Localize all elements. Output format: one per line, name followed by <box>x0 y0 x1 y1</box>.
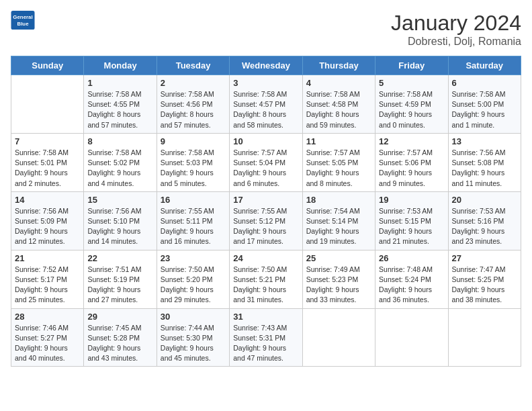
calendar-cell: 29Sunrise: 7:45 AM Sunset: 5:28 PM Dayli… <box>84 308 157 367</box>
day-info: Sunrise: 7:51 AM Sunset: 5:19 PM Dayligh… <box>87 265 152 306</box>
calendar-cell <box>11 75 84 134</box>
day-number: 3 <box>233 78 298 88</box>
calendar-cell: 22Sunrise: 7:51 AM Sunset: 5:19 PM Dayli… <box>84 250 157 308</box>
calendar-cell: 27Sunrise: 7:47 AM Sunset: 5:25 PM Dayli… <box>448 250 521 308</box>
page-header: General Blue January 2024 Dobresti, Dolj… <box>11 11 521 48</box>
calendar-cell: 31Sunrise: 7:43 AM Sunset: 5:31 PM Dayli… <box>230 308 302 367</box>
day-number: 5 <box>379 78 444 88</box>
day-info: Sunrise: 7:58 AM Sunset: 4:58 PM Dayligh… <box>306 89 371 130</box>
day-number: 21 <box>15 253 80 263</box>
calendar-cell: 12Sunrise: 7:57 AM Sunset: 5:06 PM Dayli… <box>375 133 448 191</box>
day-number: 10 <box>233 136 298 146</box>
day-number: 2 <box>161 78 226 88</box>
column-header-friday: Friday <box>375 56 448 75</box>
day-info: Sunrise: 7:58 AM Sunset: 4:59 PM Dayligh… <box>379 89 444 130</box>
calendar-cell: 19Sunrise: 7:53 AM Sunset: 5:15 PM Dayli… <box>375 191 448 250</box>
day-number: 18 <box>306 195 371 205</box>
column-header-saturday: Saturday <box>448 56 521 75</box>
day-info: Sunrise: 7:48 AM Sunset: 5:24 PM Dayligh… <box>379 265 444 306</box>
week-row-4: 21Sunrise: 7:52 AM Sunset: 5:17 PM Dayli… <box>11 250 521 308</box>
column-header-thursday: Thursday <box>302 56 375 75</box>
day-number: 1 <box>87 78 152 88</box>
day-number: 15 <box>87 195 152 205</box>
calendar-cell: 2Sunrise: 7:58 AM Sunset: 4:56 PM Daylig… <box>157 75 229 134</box>
day-info: Sunrise: 7:56 AM Sunset: 5:08 PM Dayligh… <box>452 148 517 189</box>
day-info: Sunrise: 7:50 AM Sunset: 5:21 PM Dayligh… <box>233 265 298 306</box>
week-row-1: 1Sunrise: 7:58 AM Sunset: 4:55 PM Daylig… <box>11 75 521 134</box>
svg-text:General: General <box>13 14 32 20</box>
calendar-cell <box>302 308 375 367</box>
day-number: 29 <box>87 312 152 322</box>
day-number: 20 <box>452 195 517 205</box>
day-number: 24 <box>233 253 298 263</box>
day-info: Sunrise: 7:58 AM Sunset: 5:00 PM Dayligh… <box>452 89 517 130</box>
calendar-cell: 25Sunrise: 7:49 AM Sunset: 5:23 PM Dayli… <box>302 250 375 308</box>
calendar-cell: 23Sunrise: 7:50 AM Sunset: 5:20 PM Dayli… <box>157 250 229 308</box>
day-number: 13 <box>452 136 517 146</box>
calendar-cell: 17Sunrise: 7:55 AM Sunset: 5:12 PM Dayli… <box>230 191 302 250</box>
day-number: 7 <box>15 136 80 146</box>
day-number: 9 <box>161 136 226 146</box>
day-info: Sunrise: 7:46 AM Sunset: 5:27 PM Dayligh… <box>15 323 80 364</box>
calendar-cell: 6Sunrise: 7:58 AM Sunset: 5:00 PM Daylig… <box>448 75 521 134</box>
calendar-body: 1Sunrise: 7:58 AM Sunset: 4:55 PM Daylig… <box>11 75 521 367</box>
day-number: 17 <box>233 195 298 205</box>
day-number: 28 <box>15 312 80 322</box>
day-number: 14 <box>15 195 80 205</box>
day-info: Sunrise: 7:58 AM Sunset: 5:01 PM Dayligh… <box>15 148 80 189</box>
calendar-cell: 9Sunrise: 7:58 AM Sunset: 5:03 PM Daylig… <box>157 133 229 191</box>
day-info: Sunrise: 7:52 AM Sunset: 5:17 PM Dayligh… <box>15 265 80 306</box>
day-number: 22 <box>87 253 152 263</box>
day-info: Sunrise: 7:57 AM Sunset: 5:06 PM Dayligh… <box>379 148 444 189</box>
calendar-table: SundayMondayTuesdayWednesdayThursdayFrid… <box>11 56 521 367</box>
calendar-cell: 15Sunrise: 7:56 AM Sunset: 5:10 PM Dayli… <box>84 191 157 250</box>
calendar-cell: 11Sunrise: 7:57 AM Sunset: 5:05 PM Dayli… <box>302 133 375 191</box>
calendar-cell: 16Sunrise: 7:55 AM Sunset: 5:11 PM Dayli… <box>157 191 229 250</box>
day-info: Sunrise: 7:55 AM Sunset: 5:11 PM Dayligh… <box>161 206 226 247</box>
day-number: 30 <box>161 312 226 322</box>
calendar-cell <box>375 308 448 367</box>
day-number: 25 <box>306 253 371 263</box>
day-info: Sunrise: 7:49 AM Sunset: 5:23 PM Dayligh… <box>306 265 371 306</box>
calendar-cell: 14Sunrise: 7:56 AM Sunset: 5:09 PM Dayli… <box>11 191 84 250</box>
calendar-cell: 26Sunrise: 7:48 AM Sunset: 5:24 PM Dayli… <box>375 250 448 308</box>
day-number: 12 <box>379 136 444 146</box>
calendar-header: SundayMondayTuesdayWednesdayThursdayFrid… <box>11 56 521 75</box>
day-info: Sunrise: 7:58 AM Sunset: 5:03 PM Dayligh… <box>161 148 226 189</box>
day-number: 8 <box>87 136 152 146</box>
day-info: Sunrise: 7:53 AM Sunset: 5:16 PM Dayligh… <box>452 206 517 247</box>
day-info: Sunrise: 7:45 AM Sunset: 5:28 PM Dayligh… <box>87 323 152 364</box>
day-number: 16 <box>161 195 226 205</box>
week-row-3: 14Sunrise: 7:56 AM Sunset: 5:09 PM Dayli… <box>11 191 521 250</box>
calendar-cell: 10Sunrise: 7:57 AM Sunset: 5:04 PM Dayli… <box>230 133 302 191</box>
calendar-cell: 3Sunrise: 7:58 AM Sunset: 4:57 PM Daylig… <box>230 75 302 134</box>
calendar-cell: 5Sunrise: 7:58 AM Sunset: 4:59 PM Daylig… <box>375 75 448 134</box>
column-header-sunday: Sunday <box>11 56 84 75</box>
day-number: 4 <box>306 78 371 88</box>
day-info: Sunrise: 7:53 AM Sunset: 5:15 PM Dayligh… <box>379 206 444 247</box>
day-info: Sunrise: 7:54 AM Sunset: 5:14 PM Dayligh… <box>306 206 371 247</box>
day-number: 11 <box>306 136 371 146</box>
day-number: 31 <box>233 312 298 322</box>
day-info: Sunrise: 7:58 AM Sunset: 4:56 PM Dayligh… <box>161 89 226 130</box>
logo: General Blue <box>11 11 35 30</box>
calendar-cell: 4Sunrise: 7:58 AM Sunset: 4:58 PM Daylig… <box>302 75 375 134</box>
day-number: 23 <box>161 253 226 263</box>
calendar-cell: 28Sunrise: 7:46 AM Sunset: 5:27 PM Dayli… <box>11 308 84 367</box>
calendar-cell: 7Sunrise: 7:58 AM Sunset: 5:01 PM Daylig… <box>11 133 84 191</box>
day-info: Sunrise: 7:50 AM Sunset: 5:20 PM Dayligh… <box>161 265 226 306</box>
calendar-cell: 30Sunrise: 7:44 AM Sunset: 5:30 PM Dayli… <box>157 308 229 367</box>
header-row: SundayMondayTuesdayWednesdayThursdayFrid… <box>11 56 521 75</box>
day-number: 26 <box>379 253 444 263</box>
column-header-monday: Monday <box>84 56 157 75</box>
day-info: Sunrise: 7:58 AM Sunset: 4:57 PM Dayligh… <box>233 89 298 130</box>
day-number: 27 <box>452 253 517 263</box>
day-info: Sunrise: 7:58 AM Sunset: 5:02 PM Dayligh… <box>87 148 152 189</box>
day-number: 19 <box>379 195 444 205</box>
calendar-cell: 20Sunrise: 7:53 AM Sunset: 5:16 PM Dayli… <box>448 191 521 250</box>
calendar-cell: 1Sunrise: 7:58 AM Sunset: 4:55 PM Daylig… <box>84 75 157 134</box>
calendar-cell: 21Sunrise: 7:52 AM Sunset: 5:17 PM Dayli… <box>11 250 84 308</box>
calendar-cell: 8Sunrise: 7:58 AM Sunset: 5:02 PM Daylig… <box>84 133 157 191</box>
svg-text:Blue: Blue <box>17 21 29 27</box>
day-info: Sunrise: 7:56 AM Sunset: 5:09 PM Dayligh… <box>15 206 80 247</box>
